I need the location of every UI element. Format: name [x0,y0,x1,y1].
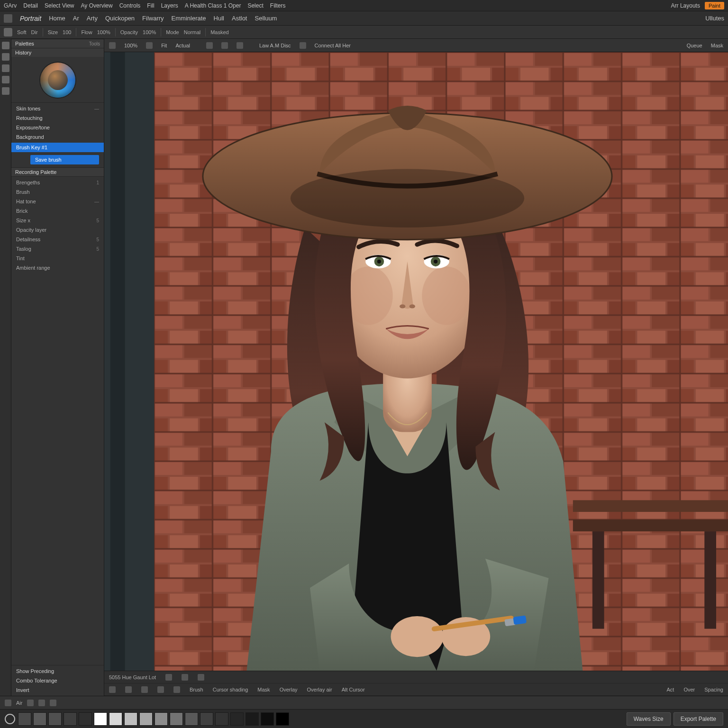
canvas-tab-label[interactable]: Law A.M Disc [259,43,291,48]
brush-preview-icon[interactable] [4,28,12,36]
tool-icon[interactable] [141,686,148,693]
info-icon[interactable] [182,674,188,681]
tool-label[interactable]: Cursor shading [213,687,248,692]
info-icon[interactable] [165,674,172,681]
mode-pill[interactable]: Paint [705,2,724,9]
opt-value[interactable]: Normal [184,29,200,35]
queue-label[interactable]: Queue [687,43,702,48]
swatch[interactable] [215,712,228,726]
menu2-item[interactable]: Filwarry [142,15,164,22]
tool-label[interactable]: Spacing [704,687,723,692]
tool-label[interactable]: Brush [190,687,203,692]
menu-item[interactable]: Ay Overview [81,2,113,9]
tool-icon[interactable] [157,686,164,693]
tool-label[interactable]: Overlay [280,687,298,692]
menu-item[interactable]: Filters [270,2,286,9]
menu-item[interactable]: GArv [4,2,17,9]
swatch[interactable] [94,712,107,726]
param-row[interactable]: Ambient range [11,263,104,273]
param-row[interactable]: Taslog5 [11,244,104,254]
menu2-item[interactable]: Quickopen [105,15,135,22]
param-row[interactable]: Brick [11,206,104,216]
layout-hint[interactable]: Arr Layouts [671,2,700,9]
document-name[interactable]: Portrait [20,15,41,22]
bottom-row[interactable]: Invert [11,685,104,695]
menu-item[interactable]: Layers [161,2,178,9]
param-row[interactable]: Brush [11,187,104,197]
zoom-out-icon[interactable] [109,42,116,49]
swatch[interactable] [33,712,46,726]
foreground-color-ring-icon[interactable] [5,714,15,724]
group-row[interactable]: Skin tones — [11,104,104,113]
canvas-tab-label[interactable]: Connect All Her [315,43,351,48]
param-row[interactable]: Tint [11,254,104,263]
param-row[interactable]: Size x5 [11,216,104,225]
snap-icon[interactable] [221,42,228,49]
swatch[interactable] [170,712,183,726]
active-brush-row[interactable]: Brush Key #1 [11,143,104,152]
menu2-item[interactable]: Hull [214,15,224,22]
menu2-item[interactable]: Astlot [232,15,247,22]
menu2-item[interactable]: Emminlerate [172,15,206,22]
save-brush-button[interactable]: Save brush [30,155,99,164]
swatch[interactable] [64,712,77,726]
param-row[interactable]: Opacity layer [11,225,104,235]
status-icon[interactable] [5,700,11,706]
zoom-fit[interactable]: Fit [161,43,167,48]
bottom-row[interactable]: Combo Tolerange [11,676,104,685]
export-palette-button[interactable]: Export Palette [673,712,723,726]
ruler-icon[interactable] [237,42,243,49]
tool-label[interactable]: Alt Cursor [342,687,365,692]
select-tool-icon[interactable] [2,53,9,61]
status-icon[interactable] [27,700,34,706]
zoom-value[interactable]: 100% [124,43,137,48]
opt-value[interactable]: 100% [97,29,110,35]
swatch[interactable] [185,712,198,726]
group-row[interactable]: Background [11,132,104,142]
mask-label[interactable]: Mask [711,43,723,48]
eyedropper-tool-icon[interactable] [2,87,9,95]
menu2-item[interactable]: Ar [73,15,79,22]
swatch[interactable] [246,712,259,726]
opt-value[interactable]: 100 [63,29,71,35]
menu2-right-label[interactable]: Ullutes [705,15,724,22]
status-icon[interactable] [38,700,45,706]
swatch[interactable] [79,712,92,726]
swatch[interactable] [18,712,31,726]
zoom-in-icon[interactable] [146,42,153,49]
tool-label[interactable]: Act [666,687,674,692]
menu-item[interactable]: A Health Class 1 Oper [185,2,241,9]
tool-label[interactable]: Overlay air [307,687,332,692]
tool-icon[interactable] [125,686,132,693]
swatch[interactable] [261,712,274,726]
menu-item[interactable]: Select [247,2,263,9]
menu2-item[interactable]: Arty [87,15,98,22]
swatch[interactable] [230,712,244,726]
tool-label[interactable]: Mask [257,687,270,692]
color-wheel[interactable] [11,57,104,102]
zoom-actual[interactable]: Actual [175,43,190,48]
swatch[interactable] [276,712,289,726]
swatch[interactable] [155,712,168,726]
layer-icon[interactable] [300,42,306,49]
canvas[interactable] [104,52,728,671]
panel-head-palettes[interactable]: Palettes Tools [11,39,104,48]
menu-item[interactable]: Select View [45,2,74,9]
swatch[interactable] [200,712,213,726]
color-wheel-disc[interactable] [40,63,75,98]
param-row[interactable]: Hat tone— [11,197,104,206]
swatch[interactable] [48,712,62,726]
panel-head-recording[interactable]: Recording Palette [11,167,104,176]
tool-icon[interactable] [109,686,116,693]
brush-tool-icon[interactable] [2,64,9,72]
swatch[interactable] [109,712,122,726]
opt-label[interactable]: Masked [210,29,229,35]
menu-item[interactable]: Fill [147,2,154,9]
opt-value[interactable]: 100% [143,29,156,35]
swatch[interactable] [124,712,137,726]
menu2-item[interactable]: Selluum [255,15,277,22]
eraser-tool-icon[interactable] [2,76,9,83]
menu-item[interactable]: Detail [23,2,38,9]
grid-icon[interactable] [206,42,213,49]
group-row[interactable]: Retouching [11,113,104,123]
